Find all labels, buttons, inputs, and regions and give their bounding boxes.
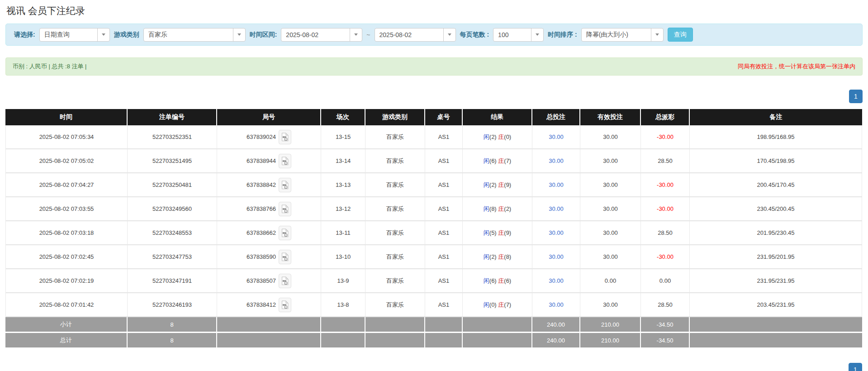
video-replay-button[interactable] [279,250,291,264]
cell-bet-id: 522703247753 [128,245,217,269]
query-type-label: 请选择: [14,31,35,39]
time-sort-select[interactable]: 降幂(由大到小) [581,28,664,42]
video-replay-button[interactable] [279,178,291,192]
column-header: 游戏类别 [365,109,425,125]
total-bet-link[interactable]: 30.00 [549,157,564,164]
page-size-select[interactable]: 100 [493,28,544,42]
chevron-down-icon [443,29,455,41]
video-file-icon [281,181,289,190]
video-replay-button[interactable] [279,274,291,288]
cell-empty [365,317,425,333]
range-separator: ~ [366,31,370,38]
video-file-icon [281,276,289,285]
result-player: 闲 [484,157,489,164]
cell-bet-id: 522703249560 [128,197,217,221]
cell-summary-label: 总计 [5,333,128,349]
video-replay-button[interactable] [279,226,291,240]
result-banker-score: (7) [504,301,511,308]
video-file-icon [281,157,289,166]
table-row: 2025-08-02 07:05:34522703252351637839024… [5,125,862,149]
table-header: 时间注单编号局号场次游戏类别桌号结果总投注有效投注总派彩备注 [5,109,862,125]
cell-remark: 231.95/231.95 [690,269,862,293]
total-bet-link[interactable]: 30.00 [549,301,564,308]
total-bet-link[interactable]: 30.00 [549,205,564,212]
total-bet-link[interactable]: 30.00 [549,253,564,260]
cell-empty [425,333,463,349]
video-replay-button[interactable] [279,154,291,168]
cell-valid-bet: 30.00 [580,173,641,197]
date-to-select[interactable]: 2025-08-02 [375,28,456,42]
cell-empty [463,333,532,349]
table-row: 2025-08-02 07:05:02522703251495637838944… [5,149,862,173]
cell-bet-id: 522703250481 [128,173,217,197]
column-header: 结果 [463,109,532,125]
time-range-label: 时间区间: [250,31,277,39]
result-banker-score: (2) [504,205,511,212]
total-bet-link[interactable]: 30.00 [549,133,564,140]
cell-round-id: 637838842 [217,173,321,197]
cell-game: 百家乐 [365,149,425,173]
bet-records-table: 时间注单编号局号场次游戏类别桌号结果总投注有效投注总派彩备注 2025-08-0… [5,109,862,349]
cell-result: 闲(8) 庄(2) [463,197,532,221]
cell-session: 13-11 [321,221,365,245]
cell-result: 闲(0) 庄(7) [463,293,532,317]
game-category-select[interactable]: 百家乐 [143,28,246,42]
page-1-button-bottom[interactable]: 1 [849,363,862,371]
result-player-score: (2) [489,253,498,260]
result-player-score: (6) [489,277,498,284]
column-header: 时间 [5,109,128,125]
total-bet-link[interactable]: 30.00 [549,229,564,236]
cell-remark: 231.95/201.95 [690,245,862,269]
cell-empty [425,317,463,333]
video-replay-button[interactable] [279,298,291,312]
result-banker: 庄 [498,277,504,284]
chevron-down-icon [97,29,109,41]
cell-game: 百家乐 [365,293,425,317]
cell-remark: 200.45/170.45 [690,173,862,197]
round-id-group: 637838944 [247,154,291,168]
result-banker-score: (6) [504,277,511,284]
cell-round-id: 637838662 [217,221,321,245]
cell-time: 2025-08-02 07:05:34 [5,125,128,149]
cell-payout: -30.00 [641,245,690,269]
currency-total-text: 币别 : 人民币 | 总共 :8 注单 | [13,62,87,71]
summary-row: 小计8240.00210.00-34.50 [5,317,862,333]
chevron-down-icon [233,29,245,41]
round-id-group: 637838662 [247,226,291,240]
column-header: 备注 [690,109,862,125]
video-replay-button[interactable] [279,202,291,216]
video-file-icon [281,228,289,238]
video-file-icon [281,300,289,309]
cell-result: 闲(2) 庄(9) [463,173,532,197]
cell-round-id: 637838766 [217,197,321,221]
total-bet-link[interactable]: 30.00 [549,277,564,284]
cell-result: 闲(2) 庄(8) [463,245,532,269]
video-replay-button[interactable] [279,130,291,144]
cell-summary-count: 8 [128,333,217,349]
cell-game: 百家乐 [365,125,425,149]
result-player: 闲 [484,205,489,212]
page-1-button[interactable]: 1 [849,90,863,103]
total-bet-link[interactable]: 30.00 [549,181,564,188]
date-from-select[interactable]: 2025-08-02 [281,28,362,42]
cell-bet-id: 522703247191 [128,269,217,293]
result-banker-score: (8) [504,253,511,260]
result-banker: 庄 [498,157,504,164]
page-title: 视讯 会员下注纪录 [5,4,863,24]
cell-summary-total-bet: 240.00 [532,317,580,333]
search-button[interactable]: 查询 [668,28,693,42]
round-id-text: 637839024 [247,133,276,140]
cell-valid-bet: 30.00 [580,197,641,221]
round-id-group: 637838590 [247,250,291,264]
round-id-group: 637838842 [247,178,291,192]
date-to-value: 2025-08-02 [375,31,443,38]
round-id-text: 637838944 [247,157,276,164]
cell-session: 13-9 [321,269,365,293]
filter-bar: 请选择: 日期查询 游戏类别 百家乐 时间区间: 2025-08-02 ~ 20… [5,24,863,46]
cell-total-bet: 30.00 [532,173,580,197]
video-file-icon [281,133,289,142]
page-size-label: 每页笔数 : [460,31,489,39]
video-file-icon [281,205,289,214]
cell-bet-id: 522703251495 [128,149,217,173]
query-type-select[interactable]: 日期查询 [39,28,110,42]
